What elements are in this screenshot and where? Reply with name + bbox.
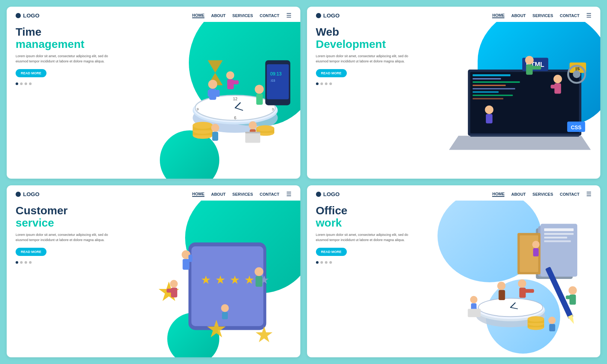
svg-rect-28 [227,79,234,89]
nav-about-2[interactable]: ABOUT [511,13,526,18]
title-line1-4: Office [316,204,422,217]
svg-point-30 [211,124,219,132]
logo-text-3: LOGO [23,191,39,197]
svg-rect-92 [544,240,571,242]
nav-contact-4[interactable]: CONTACT [560,192,579,196]
svg-rect-34 [245,133,260,143]
illustration-3: ★ ★ ★ ★ ★ ★ ★ ★ [130,201,300,357]
svg-text:★: ★ [244,273,255,286]
svg-text:★: ★ [200,273,211,286]
title-line2-3: service [16,217,121,229]
nav-about-4[interactable]: ABOUT [511,192,526,196]
nav-about-1[interactable]: ABOUT [211,13,226,18]
nav-links-4: HOME ABOUT SERVICES CONTACT ☰ [492,191,591,198]
read-more-btn-3[interactable]: READ MORE [16,248,46,256]
nav-contact-3[interactable]: CONTACT [260,192,280,196]
read-more-btn-2[interactable]: READ MORE [316,69,347,77]
card-web-development: LOGO HOME ABOUT SERVICES CONTACT ☰ Web D… [307,7,601,179]
svg-point-18 [256,125,274,131]
dot-4-2 [329,82,332,85]
illustration-4 [430,201,600,357]
hamburger-icon-1[interactable]: ☰ [286,12,291,19]
svg-point-111 [497,282,506,290]
svg-point-58 [485,105,494,114]
svg-point-121 [532,241,540,248]
svg-point-108 [470,296,478,303]
svg-rect-29 [233,80,239,84]
svg-rect-59 [486,114,493,123]
svg-rect-80 [171,288,177,298]
hamburger-icon-2[interactable]: ☰ [586,12,591,19]
nav-about-3[interactable]: ABOUT [211,192,226,196]
svg-point-57 [573,71,580,78]
nav-services-1[interactable]: SERVICES [232,13,253,18]
title-line1-3: Customer [16,204,121,217]
svg-rect-26 [216,90,220,97]
web-dev-scene-svg: HTML js CSS [430,22,600,179]
svg-point-63 [553,75,562,83]
svg-point-60 [525,56,534,64]
logo-dot-3 [16,192,21,197]
card-time-management: LOGO HOME ABOUT SERVICES CONTACT ☰ Time … [7,7,300,179]
dot-3-3 [25,261,27,264]
svg-rect-40 [470,72,579,133]
dot-3-4 [325,261,327,264]
text-section-4: Office work Lorem ipsum dolor sit amet, … [307,201,430,357]
desc-4: Lorem ipsum dolor sit amet, consectetur … [316,233,422,243]
text-section-3: Customer service Lorem ipsum dolor sit a… [7,201,130,357]
nav-home-4[interactable]: HOME [492,192,504,197]
dots-3 [16,261,121,264]
clock-scene-svg: 12 3 6 9 [130,22,300,179]
svg-point-36 [255,85,264,94]
nav-links-3: HOME ABOUT SERVICES CONTACT ☰ [192,191,291,198]
title-line2-2: Development [316,38,422,50]
svg-text:CSS: CSS [571,124,582,130]
svg-text:★: ★ [215,273,226,286]
hamburger-icon-4[interactable]: ☰ [586,191,591,198]
read-more-btn-4[interactable]: READ MORE [316,248,347,256]
dot-active-3 [16,261,18,264]
nav-bar-1: LOGO HOME ABOUT SERVICES CONTACT ☰ [7,7,300,22]
nav-services-2[interactable]: SERVICES [533,13,553,18]
svg-rect-43 [473,81,520,83]
desc-1: Lorem ipsum dolor sit amet, consectetur … [16,54,121,64]
nav-home-2[interactable]: HOME [492,13,504,18]
nav-services-3[interactable]: SERVICES [232,192,253,196]
nav-contact-2[interactable]: CONTACT [560,13,579,18]
customer-service-svg: ★ ★ ★ ★ ★ ★ ★ ★ [130,201,300,357]
hamburger-icon-3[interactable]: ☰ [286,191,291,198]
dot-4-3 [29,261,32,264]
svg-text:★: ★ [205,315,227,342]
illustration-1: 12 3 6 9 [130,22,300,179]
dots-2 [316,82,422,85]
svg-rect-90 [544,233,574,235]
desc-2: Lorem ipsum dolor sit amet, consectetur … [316,54,422,64]
dot-active-4 [316,261,319,264]
svg-rect-120 [566,296,570,299]
dot-4-4 [329,261,332,264]
title-line2-4: work [316,217,422,229]
logo-dot-4 [316,192,321,197]
title-line1-1: Time [16,26,121,38]
read-more-btn-1[interactable]: READ MORE [16,69,46,77]
nav-contact-1[interactable]: CONTACT [260,13,280,18]
svg-rect-42 [473,78,501,79]
svg-rect-81 [167,289,172,292]
svg-rect-89 [544,228,574,231]
nav-home-1[interactable]: HOME [192,13,204,18]
svg-rect-115 [525,289,534,293]
logo-1: LOGO [16,12,39,19]
dot-active-1 [16,82,18,85]
dots-1 [16,82,121,85]
svg-rect-83 [222,312,228,319]
svg-point-32 [249,121,257,130]
svg-rect-31 [212,132,218,141]
svg-rect-62 [532,66,541,69]
nav-services-4[interactable]: SERVICES [533,192,553,196]
logo-4: LOGO [316,191,340,197]
svg-point-82 [221,304,229,312]
logo-dot-1 [16,13,21,18]
svg-rect-119 [569,295,576,305]
nav-home-3[interactable]: HOME [192,192,204,197]
nav-bar-3: LOGO HOME ABOUT SERVICES CONTACT ☰ [7,185,300,201]
